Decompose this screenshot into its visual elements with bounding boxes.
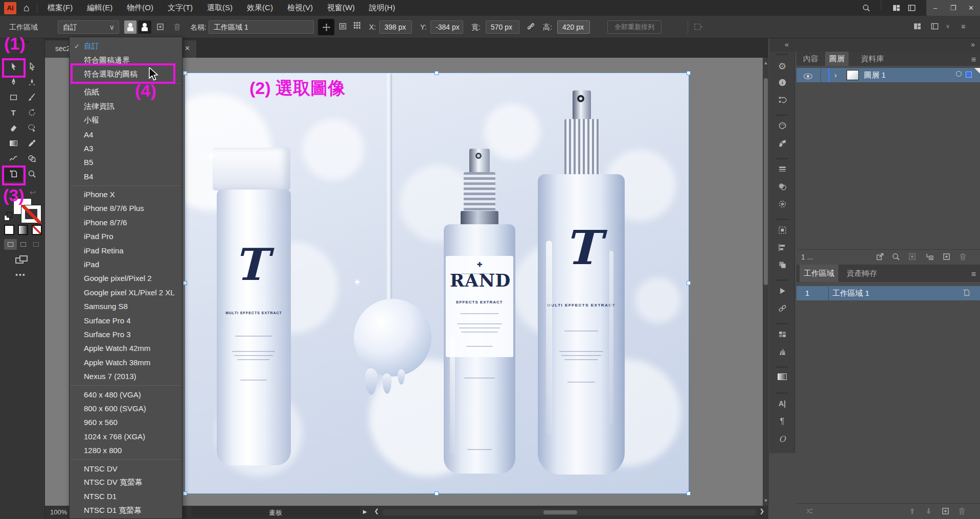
chevron-down-icon[interactable]: ∨ — [946, 23, 950, 30]
selection-handle[interactable] — [183, 71, 187, 75]
preset-item-26[interactable]: Nexus 7 (2013) — [70, 369, 182, 383]
preset-item-25[interactable]: Apple Watch 38mm — [70, 356, 182, 369]
preset-item-21[interactable]: Samsung S8 — [70, 299, 182, 313]
strip-drag-handle[interactable] — [777, 158, 788, 159]
preset-item-16[interactable]: iPad Pro — [70, 229, 182, 243]
rearrange-all-button[interactable]: 全部重新排列 — [607, 20, 662, 34]
gradient-icon[interactable] — [769, 373, 795, 380]
strip-drag-handle[interactable] — [777, 279, 788, 281]
landscape-orientation-button[interactable] — [138, 20, 151, 34]
preset-item-20[interactable]: Google pixel XL/Pixel 2 XL — [70, 286, 182, 299]
preset-item-37[interactable]: NTSC D1 寬螢幕 — [70, 504, 182, 517]
delete-artboard-button[interactable] — [173, 22, 181, 31]
arrange-grid-icon[interactable] — [913, 22, 922, 31]
preset-item-6[interactable]: 法律資訊 — [70, 100, 182, 113]
export-icon[interactable] — [876, 252, 884, 261]
type-tool[interactable]: T — [4, 105, 22, 120]
selection-handle[interactable] — [687, 281, 691, 285]
rectangle-tool[interactable] — [4, 89, 22, 105]
preset-item-34[interactable]: NTSC DV — [70, 461, 182, 475]
color-palette-icon[interactable] — [769, 122, 795, 130]
horizontal-scroll-thumb[interactable] — [543, 510, 577, 514]
preset-item-23[interactable]: Surface Pro 3 — [70, 327, 182, 341]
y-input[interactable]: -384 px — [430, 20, 463, 34]
brushes-icon[interactable] — [769, 347, 795, 356]
preset-item-17[interactable]: iPad Retina — [70, 243, 182, 257]
preset-item-22[interactable]: Surface Pro 4 — [70, 313, 182, 327]
align-icon[interactable] — [769, 243, 795, 252]
strip-drag-handle[interactable] — [777, 219, 788, 220]
gradient-button[interactable] — [18, 225, 28, 235]
gradient-tool[interactable] — [4, 135, 22, 151]
shaper-tool[interactable] — [4, 151, 22, 166]
transparency-icon[interactable] — [769, 182, 795, 191]
screen-mode-button[interactable] — [15, 255, 29, 266]
preset-item-18[interactable]: iPad — [70, 257, 182, 271]
height-input[interactable]: 420 px — [557, 20, 590, 34]
tab-layers[interactable]: 圖層 — [825, 52, 849, 66]
strip-drag-handle[interactable] — [777, 54, 788, 55]
home-icon[interactable]: ⌂ — [24, 2, 30, 14]
preset-item-11[interactable]: B4 — [70, 170, 182, 183]
gear-icon[interactable]: ⚙ — [769, 61, 795, 72]
new-artboard-icon[interactable] — [941, 507, 950, 515]
rotate-tool[interactable] — [22, 105, 41, 120]
preset-item-19[interactable]: Google pixel/Pixel 2 — [70, 271, 182, 285]
preset-item-28[interactable]: 640 x 480 (VGA) — [70, 387, 182, 401]
vertical-scroll-thumb[interactable] — [764, 78, 768, 285]
rearrange-icon[interactable] — [806, 507, 814, 515]
selection-proxy-square[interactable] — [966, 72, 972, 78]
artboard-image[interactable]: T MULTI EFFECTS EXTRACT ✚ RAND EFFECTS E… — [185, 73, 689, 493]
character-icon[interactable]: A| — [769, 399, 795, 408]
tab-libraries[interactable]: 資料庫 — [857, 52, 888, 66]
workspace-switcher-icon[interactable] — [904, 0, 919, 16]
panel-preset-icon[interactable] — [930, 22, 939, 31]
preset-item-9[interactable]: A3 — [70, 141, 182, 155]
menu-item-6[interactable]: 效果(C) — [244, 1, 276, 15]
eraser-tool[interactable] — [4, 120, 22, 135]
layer-name[interactable]: 圖層 1 — [864, 70, 886, 80]
selection-handle[interactable] — [687, 71, 691, 75]
zoom-level[interactable]: 100% — [50, 508, 67, 516]
search-icon[interactable] — [892, 252, 900, 261]
new-artboard-button[interactable] — [156, 22, 165, 31]
selection-handle[interactable] — [435, 71, 439, 75]
preset-item-35[interactable]: NTSC DV 寬螢幕 — [70, 476, 182, 489]
move-artboard-button[interactable] — [318, 19, 334, 35]
artboard-name[interactable]: 工作區域 1 — [832, 289, 870, 298]
tab-content[interactable]: 內容 — [799, 52, 823, 66]
menu-item-2[interactable]: 編輯(E) — [84, 1, 116, 15]
layer-row[interactable]: › 圖層 1 — [796, 68, 980, 82]
selection-handle[interactable] — [687, 491, 691, 496]
draw-normal-button[interactable] — [4, 239, 17, 250]
artboard-page-icon[interactable] — [963, 289, 971, 297]
clipping-mask-icon[interactable] — [908, 252, 917, 261]
history-icon[interactable] — [769, 96, 795, 104]
expand-panels-icon[interactable]: » — [971, 40, 975, 49]
preset-item-30[interactable]: 960 x 560 — [70, 415, 182, 429]
bubble-select-tool[interactable] — [22, 120, 41, 135]
strip-drag-handle[interactable] — [777, 392, 788, 394]
menu-item-9[interactable]: 說明(H) — [366, 1, 398, 15]
menu-item-3[interactable]: 物件(O) — [124, 1, 156, 15]
unlink-dimensions-icon[interactable] — [527, 22, 535, 31]
portrait-orientation-button[interactable] — [124, 20, 136, 34]
preset-item-1[interactable]: ✓自訂 — [70, 39, 182, 53]
eyedropper-tool[interactable] — [22, 135, 41, 151]
move-up-icon[interactable] — [908, 507, 917, 515]
preset-item-10[interactable]: B5 — [70, 155, 182, 169]
preset-item-24[interactable]: Apple Watch 42mm — [70, 341, 182, 355]
expand-layer-icon[interactable]: › — [834, 70, 837, 79]
selection-handle[interactable] — [183, 491, 187, 496]
color-button[interactable] — [4, 225, 14, 235]
paintbrush-tool[interactable] — [22, 89, 41, 105]
status-play-icon[interactable]: ▶ — [363, 509, 367, 514]
swatches-icon[interactable] — [769, 330, 795, 339]
selection-handle[interactable] — [435, 491, 439, 496]
layer-thumbnail[interactable] — [847, 70, 859, 80]
scroll-right-icon[interactable]: ❯ — [760, 508, 764, 514]
none-button[interactable] — [32, 225, 42, 235]
preset-item-36[interactable]: NTSC D1 — [70, 489, 182, 503]
artboard-name-input[interactable]: 工作區域 1 — [209, 20, 314, 34]
selection-handle[interactable] — [183, 281, 187, 285]
